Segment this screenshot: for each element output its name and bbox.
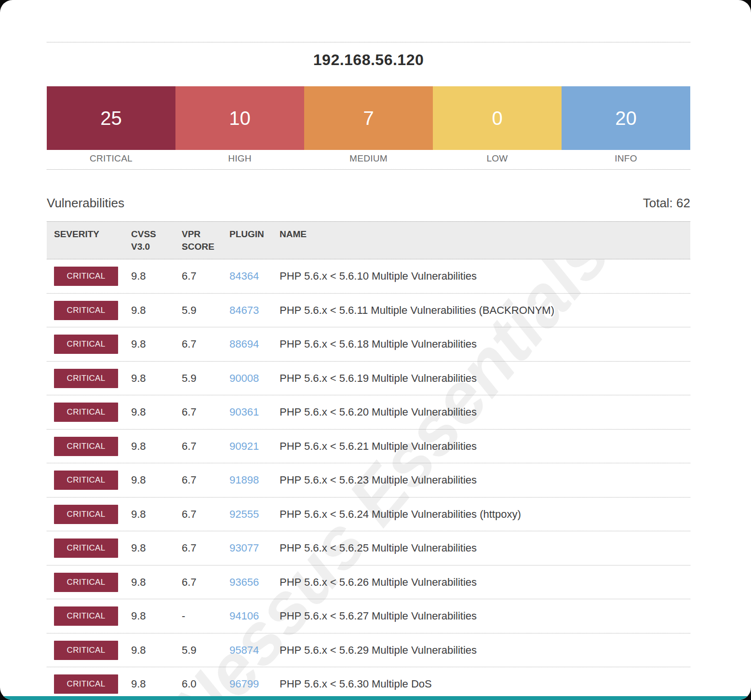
vulnerability-name: PHP 5.6.x < 5.6.27 Multiple Vulnerabilit… [280, 610, 690, 622]
plugin-link[interactable]: 84673 [229, 304, 259, 316]
severity-count: 20 [615, 108, 637, 129]
table-row: CRITICAL 9.8 6.7 90921 PHP 5.6.x < 5.6.2… [47, 430, 690, 464]
section-title: Vulnerabilities [47, 196, 124, 211]
vpr-score: - [182, 610, 229, 622]
summary-divider [47, 169, 690, 170]
table-row: CRITICAL 9.8 - 94106 PHP 5.6.x < 5.6.27 … [47, 599, 690, 633]
vpr-score: 6.0 [182, 678, 229, 690]
column-header-vpr: VPR SCORE [182, 228, 229, 253]
host-title: 192.168.56.120 [47, 49, 690, 71]
severity-badge: CRITICAL [54, 301, 118, 320]
vpr-score: 5.9 [182, 644, 229, 657]
severity-badge: CRITICAL [54, 369, 118, 388]
vulnerability-name: PHP 5.6.x < 5.6.23 Multiple Vulnerabilit… [280, 474, 690, 486]
cvss-score: 9.8 [131, 372, 182, 385]
plugin-link[interactable]: 96799 [229, 678, 259, 690]
table-row: CRITICAL 9.8 6.7 91898 PHP 5.6.x < 5.6.2… [47, 463, 690, 498]
table-row: CRITICAL 9.8 5.9 95874 PHP 5.6.x < 5.6.2… [47, 633, 690, 668]
table-row: CRITICAL 9.8 6.7 90361 PHP 5.6.x < 5.6.2… [47, 395, 690, 430]
severity-badge: CRITICAL [54, 403, 118, 422]
severity-badge: CRITICAL [54, 437, 118, 456]
severity-badge: CRITICAL [54, 538, 118, 558]
vpr-score: 6.7 [182, 406, 229, 418]
plugin-link[interactable]: 93077 [229, 542, 259, 554]
vulnerability-name: PHP 5.6.x < 5.6.20 Multiple Vulnerabilit… [280, 406, 690, 418]
vulnerability-name: PHP 5.6.x < 5.6.21 Multiple Vulnerabilit… [280, 440, 690, 453]
cvss-score: 9.8 [131, 576, 182, 589]
report-page: Nessus Essentials 192.168.56.120 25 10 7… [0, 0, 751, 700]
total-count: Total: 62 [643, 196, 690, 211]
cvss-score: 9.8 [131, 474, 182, 486]
bottom-accent-bar [0, 696, 751, 700]
cvss-score: 9.8 [131, 542, 182, 554]
top-divider [47, 42, 690, 42]
vpr-score: 6.7 [182, 474, 229, 486]
vpr-score: 5.9 [182, 372, 229, 385]
cvss-score: 9.8 [131, 270, 182, 283]
table-row: CRITICAL 9.8 6.7 93656 PHP 5.6.x < 5.6.2… [47, 565, 690, 600]
plugin-link[interactable]: 93656 [229, 576, 259, 588]
vpr-score: 6.7 [182, 338, 229, 350]
vulnerability-name: PHP 5.6.x < 5.6.24 Multiple Vulnerabilit… [280, 508, 690, 521]
severity-badge: CRITICAL [54, 641, 118, 660]
column-header-severity: SEVERITY [47, 228, 131, 253]
vpr-score: 6.7 [182, 576, 229, 589]
vulnerability-name: PHP 5.6.x < 5.6.26 Multiple Vulnerabilit… [280, 576, 690, 589]
plugin-link[interactable]: 90361 [229, 406, 259, 418]
severity-label-info: INFO [562, 150, 690, 169]
severity-label-low: LOW [433, 150, 562, 169]
table-row: CRITICAL 9.8 5.9 84673 PHP 5.6.x < 5.6.1… [47, 294, 690, 328]
severity-count: 25 [100, 108, 122, 129]
severity-count: 7 [363, 108, 374, 129]
cvss-score: 9.8 [131, 304, 182, 317]
table-row: CRITICAL 9.8 6.7 84364 PHP 5.6.x < 5.6.1… [47, 259, 690, 294]
plugin-link[interactable]: 92555 [229, 508, 259, 520]
vulnerability-name: PHP 5.6.x < 5.6.19 Multiple Vulnerabilit… [280, 372, 690, 385]
severity-label-high: HIGH [175, 150, 304, 169]
table-row: CRITICAL 9.8 6.7 88694 PHP 5.6.x < 5.6.1… [47, 327, 690, 362]
vulnerability-table: SEVERITY CVSS V3.0 VPR SCORE PLUGIN NAME… [47, 221, 690, 700]
table-header-row: SEVERITY CVSS V3.0 VPR SCORE PLUGIN NAME [47, 221, 690, 259]
cvss-score: 9.8 [131, 644, 182, 657]
cvss-score: 9.8 [131, 610, 182, 622]
column-header-name: NAME [280, 228, 690, 253]
column-header-plugin: PLUGIN [229, 228, 280, 253]
severity-summary-bar: 25 10 7 0 20 [47, 86, 690, 150]
plugin-link[interactable]: 91898 [229, 474, 259, 486]
table-body: CRITICAL 9.8 6.7 84364 PHP 5.6.x < 5.6.1… [47, 259, 690, 700]
severity-badge: CRITICAL [54, 335, 118, 354]
cvss-score: 9.8 [131, 678, 182, 690]
plugin-link[interactable]: 90008 [229, 372, 259, 384]
plugin-link[interactable]: 88694 [229, 338, 259, 350]
severity-label-medium: MEDIUM [304, 150, 433, 169]
vpr-score: 6.7 [182, 270, 229, 283]
table-row: CRITICAL 9.8 6.0 96799 PHP 5.6.x < 5.6.3… [47, 667, 690, 700]
vulnerability-name: PHP 5.6.x < 5.6.25 Multiple Vulnerabilit… [280, 542, 690, 554]
table-row: CRITICAL 9.8 6.7 92555 PHP 5.6.x < 5.6.2… [47, 498, 690, 532]
severity-badge: CRITICAL [54, 267, 118, 286]
vulnerability-name: PHP 5.6.x < 5.6.29 Multiple Vulnerabilit… [280, 644, 690, 657]
plugin-link[interactable]: 95874 [229, 644, 259, 656]
severity-segment-high: 10 [175, 86, 304, 150]
severity-label-critical: CRITICAL [47, 150, 175, 169]
plugin-link[interactable]: 90921 [229, 440, 259, 452]
plugin-link[interactable]: 84364 [229, 270, 259, 282]
cvss-score: 9.8 [131, 440, 182, 453]
cvss-score: 9.8 [131, 406, 182, 418]
severity-count: 10 [229, 108, 251, 129]
severity-summary-labels: CRITICALHIGHMEDIUMLOWINFO [47, 150, 690, 169]
table-row: CRITICAL 9.8 5.9 90008 PHP 5.6.x < 5.6.1… [47, 362, 690, 396]
severity-badge: CRITICAL [54, 606, 118, 626]
vpr-score: 6.7 [182, 542, 229, 554]
column-header-cvss: CVSS V3.0 [131, 228, 182, 253]
table-row: CRITICAL 9.8 6.7 93077 PHP 5.6.x < 5.6.2… [47, 531, 690, 565]
severity-segment-info: 20 [562, 86, 690, 150]
vulnerability-name: PHP 5.6.x < 5.6.11 Multiple Vulnerabilit… [280, 304, 690, 317]
severity-segment-medium: 7 [304, 86, 433, 150]
severity-segment-critical: 25 [47, 86, 175, 150]
severity-badge: CRITICAL [54, 471, 118, 490]
cvss-score: 9.8 [131, 338, 182, 350]
plugin-link[interactable]: 94106 [229, 610, 259, 622]
vpr-score: 5.9 [182, 304, 229, 317]
vulnerability-name: PHP 5.6.x < 5.6.30 Multiple DoS [280, 678, 690, 690]
